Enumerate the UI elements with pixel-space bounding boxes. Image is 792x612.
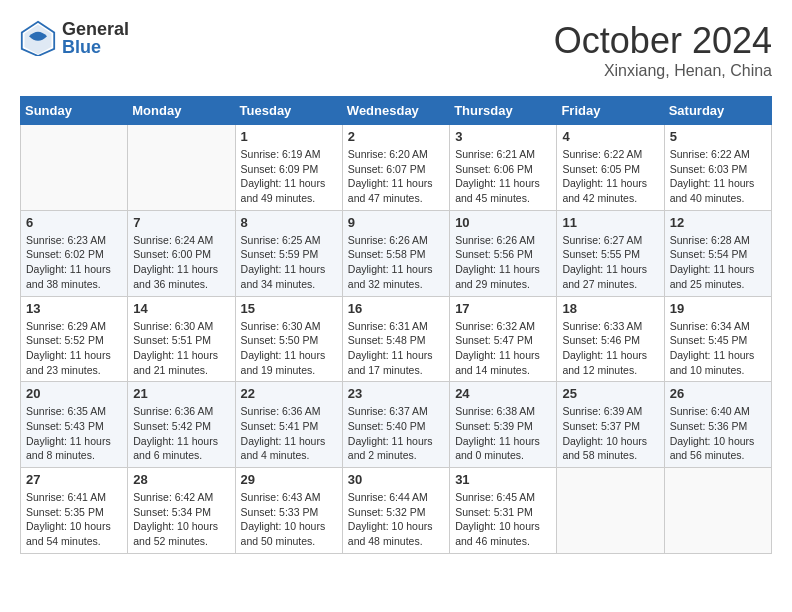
calendar-table: SundayMondayTuesdayWednesdayThursdayFrid…	[20, 96, 772, 554]
day-info: Sunrise: 6:25 AM Sunset: 5:59 PM Dayligh…	[241, 233, 337, 292]
day-info: Sunrise: 6:27 AM Sunset: 5:55 PM Dayligh…	[562, 233, 658, 292]
day-cell: 14Sunrise: 6:30 AM Sunset: 5:51 PM Dayli…	[128, 296, 235, 382]
day-number: 2	[348, 129, 444, 144]
day-info: Sunrise: 6:36 AM Sunset: 5:42 PM Dayligh…	[133, 404, 229, 463]
day-cell: 31Sunrise: 6:45 AM Sunset: 5:31 PM Dayli…	[450, 468, 557, 554]
header-wednesday: Wednesday	[342, 97, 449, 125]
day-info: Sunrise: 6:33 AM Sunset: 5:46 PM Dayligh…	[562, 319, 658, 378]
header-thursday: Thursday	[450, 97, 557, 125]
week-row-2: 6Sunrise: 6:23 AM Sunset: 6:02 PM Daylig…	[21, 210, 772, 296]
day-info: Sunrise: 6:43 AM Sunset: 5:33 PM Dayligh…	[241, 490, 337, 549]
day-cell: 3Sunrise: 6:21 AM Sunset: 6:06 PM Daylig…	[450, 125, 557, 211]
day-info: Sunrise: 6:28 AM Sunset: 5:54 PM Dayligh…	[670, 233, 766, 292]
day-number: 26	[670, 386, 766, 401]
day-number: 3	[455, 129, 551, 144]
day-cell: 29Sunrise: 6:43 AM Sunset: 5:33 PM Dayli…	[235, 468, 342, 554]
day-info: Sunrise: 6:22 AM Sunset: 6:05 PM Dayligh…	[562, 147, 658, 206]
day-cell: 13Sunrise: 6:29 AM Sunset: 5:52 PM Dayli…	[21, 296, 128, 382]
day-number: 9	[348, 215, 444, 230]
day-cell: 9Sunrise: 6:26 AM Sunset: 5:58 PM Daylig…	[342, 210, 449, 296]
day-cell: 25Sunrise: 6:39 AM Sunset: 5:37 PM Dayli…	[557, 382, 664, 468]
day-number: 27	[26, 472, 122, 487]
day-cell: 8Sunrise: 6:25 AM Sunset: 5:59 PM Daylig…	[235, 210, 342, 296]
day-info: Sunrise: 6:40 AM Sunset: 5:36 PM Dayligh…	[670, 404, 766, 463]
day-info: Sunrise: 6:39 AM Sunset: 5:37 PM Dayligh…	[562, 404, 658, 463]
day-number: 15	[241, 301, 337, 316]
day-number: 20	[26, 386, 122, 401]
day-number: 25	[562, 386, 658, 401]
day-cell: 20Sunrise: 6:35 AM Sunset: 5:43 PM Dayli…	[21, 382, 128, 468]
day-cell: 27Sunrise: 6:41 AM Sunset: 5:35 PM Dayli…	[21, 468, 128, 554]
day-cell: 7Sunrise: 6:24 AM Sunset: 6:00 PM Daylig…	[128, 210, 235, 296]
day-number: 24	[455, 386, 551, 401]
header-monday: Monday	[128, 97, 235, 125]
title-block: October 2024 Xinxiang, Henan, China	[554, 20, 772, 80]
day-cell: 4Sunrise: 6:22 AM Sunset: 6:05 PM Daylig…	[557, 125, 664, 211]
day-cell: 28Sunrise: 6:42 AM Sunset: 5:34 PM Dayli…	[128, 468, 235, 554]
day-info: Sunrise: 6:31 AM Sunset: 5:48 PM Dayligh…	[348, 319, 444, 378]
day-cell: 17Sunrise: 6:32 AM Sunset: 5:47 PM Dayli…	[450, 296, 557, 382]
day-cell: 21Sunrise: 6:36 AM Sunset: 5:42 PM Dayli…	[128, 382, 235, 468]
day-cell	[664, 468, 771, 554]
day-cell: 2Sunrise: 6:20 AM Sunset: 6:07 PM Daylig…	[342, 125, 449, 211]
day-number: 13	[26, 301, 122, 316]
day-number: 4	[562, 129, 658, 144]
day-info: Sunrise: 6:42 AM Sunset: 5:34 PM Dayligh…	[133, 490, 229, 549]
day-cell	[557, 468, 664, 554]
day-info: Sunrise: 6:23 AM Sunset: 6:02 PM Dayligh…	[26, 233, 122, 292]
day-info: Sunrise: 6:19 AM Sunset: 6:09 PM Dayligh…	[241, 147, 337, 206]
day-number: 23	[348, 386, 444, 401]
day-number: 29	[241, 472, 337, 487]
day-cell: 5Sunrise: 6:22 AM Sunset: 6:03 PM Daylig…	[664, 125, 771, 211]
day-number: 1	[241, 129, 337, 144]
day-cell: 26Sunrise: 6:40 AM Sunset: 5:36 PM Dayli…	[664, 382, 771, 468]
day-number: 22	[241, 386, 337, 401]
day-info: Sunrise: 6:24 AM Sunset: 6:00 PM Dayligh…	[133, 233, 229, 292]
day-number: 6	[26, 215, 122, 230]
header-tuesday: Tuesday	[235, 97, 342, 125]
day-number: 31	[455, 472, 551, 487]
day-cell: 24Sunrise: 6:38 AM Sunset: 5:39 PM Dayli…	[450, 382, 557, 468]
day-cell: 23Sunrise: 6:37 AM Sunset: 5:40 PM Dayli…	[342, 382, 449, 468]
header-sunday: Sunday	[21, 97, 128, 125]
day-number: 30	[348, 472, 444, 487]
day-info: Sunrise: 6:44 AM Sunset: 5:32 PM Dayligh…	[348, 490, 444, 549]
day-info: Sunrise: 6:26 AM Sunset: 5:56 PM Dayligh…	[455, 233, 551, 292]
day-info: Sunrise: 6:36 AM Sunset: 5:41 PM Dayligh…	[241, 404, 337, 463]
day-number: 17	[455, 301, 551, 316]
day-cell: 22Sunrise: 6:36 AM Sunset: 5:41 PM Dayli…	[235, 382, 342, 468]
day-number: 7	[133, 215, 229, 230]
day-cell: 10Sunrise: 6:26 AM Sunset: 5:56 PM Dayli…	[450, 210, 557, 296]
day-number: 8	[241, 215, 337, 230]
day-number: 14	[133, 301, 229, 316]
day-cell: 16Sunrise: 6:31 AM Sunset: 5:48 PM Dayli…	[342, 296, 449, 382]
day-number: 21	[133, 386, 229, 401]
day-cell: 11Sunrise: 6:27 AM Sunset: 5:55 PM Dayli…	[557, 210, 664, 296]
day-info: Sunrise: 6:38 AM Sunset: 5:39 PM Dayligh…	[455, 404, 551, 463]
calendar-header-row: SundayMondayTuesdayWednesdayThursdayFrid…	[21, 97, 772, 125]
day-number: 19	[670, 301, 766, 316]
location-subtitle: Xinxiang, Henan, China	[554, 62, 772, 80]
logo: General Blue	[20, 20, 129, 56]
day-number: 10	[455, 215, 551, 230]
week-row-1: 1Sunrise: 6:19 AM Sunset: 6:09 PM Daylig…	[21, 125, 772, 211]
day-cell: 6Sunrise: 6:23 AM Sunset: 6:02 PM Daylig…	[21, 210, 128, 296]
day-info: Sunrise: 6:30 AM Sunset: 5:51 PM Dayligh…	[133, 319, 229, 378]
day-info: Sunrise: 6:32 AM Sunset: 5:47 PM Dayligh…	[455, 319, 551, 378]
header-friday: Friday	[557, 97, 664, 125]
day-cell: 18Sunrise: 6:33 AM Sunset: 5:46 PM Dayli…	[557, 296, 664, 382]
logo-icon	[20, 20, 56, 56]
day-number: 18	[562, 301, 658, 316]
day-info: Sunrise: 6:26 AM Sunset: 5:58 PM Dayligh…	[348, 233, 444, 292]
day-number: 28	[133, 472, 229, 487]
day-cell	[21, 125, 128, 211]
day-info: Sunrise: 6:45 AM Sunset: 5:31 PM Dayligh…	[455, 490, 551, 549]
logo-blue-text: Blue	[62, 38, 129, 56]
logo-text: General Blue	[62, 20, 129, 56]
day-cell: 19Sunrise: 6:34 AM Sunset: 5:45 PM Dayli…	[664, 296, 771, 382]
day-cell	[128, 125, 235, 211]
day-cell: 15Sunrise: 6:30 AM Sunset: 5:50 PM Dayli…	[235, 296, 342, 382]
day-number: 16	[348, 301, 444, 316]
day-number: 11	[562, 215, 658, 230]
header-saturday: Saturday	[664, 97, 771, 125]
